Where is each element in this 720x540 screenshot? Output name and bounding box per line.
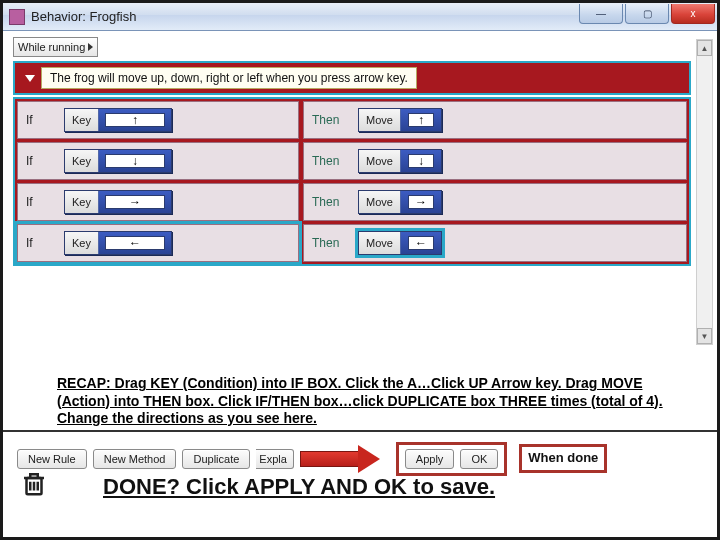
scroll-up-icon[interactable]: ▲ xyxy=(697,40,712,56)
then-keyword: Then xyxy=(312,113,348,127)
then-keyword: Then xyxy=(312,236,348,250)
when-done-callout: When done xyxy=(519,444,607,472)
key-condition-block[interactable]: Key → xyxy=(64,190,172,214)
if-keyword: If xyxy=(26,195,54,209)
if-keyword: If xyxy=(26,154,54,168)
if-keyword: If xyxy=(26,236,54,250)
then-cell[interactable]: Then Move → xyxy=(303,183,687,221)
trash-icon[interactable] xyxy=(17,466,51,500)
new-method-button[interactable]: New Method xyxy=(93,449,177,469)
rule-row[interactable]: If Key ← Then Move ← xyxy=(17,224,687,262)
rules-container: If Key ↑ Then Move ↑ If xyxy=(13,97,691,266)
apply-ok-highlight: Apply OK xyxy=(396,442,507,476)
then-cell[interactable]: Then Move ↓ xyxy=(303,142,687,180)
collapse-arrow-icon[interactable] xyxy=(25,75,35,82)
callout-arrow-icon xyxy=(300,446,390,472)
scroll-down-icon[interactable]: ▼ xyxy=(697,328,712,344)
recap-text: RECAP: Drag KEY (Condition) into IF BOX.… xyxy=(3,371,717,430)
key-condition-block[interactable]: Key ↓ xyxy=(64,149,172,173)
move-arrow-icon: ↑ xyxy=(418,114,424,126)
if-cell[interactable]: If Key → xyxy=(17,183,299,221)
ok-button[interactable]: OK xyxy=(460,449,498,469)
rule-row[interactable]: If Key → Then Move → xyxy=(17,183,687,221)
key-arrow-icon: ↑ xyxy=(132,114,138,126)
behavior-description[interactable]: The frog will move up, down, right or le… xyxy=(41,67,417,89)
key-condition-block[interactable]: Key ← xyxy=(64,231,172,255)
app-icon xyxy=(9,9,25,25)
minimize-button[interactable]: — xyxy=(579,4,623,24)
explain-button-partial[interactable]: Expla xyxy=(256,449,294,469)
then-keyword: Then xyxy=(312,154,348,168)
then-keyword: Then xyxy=(312,195,348,209)
if-keyword: If xyxy=(26,113,54,127)
duplicate-button[interactable]: Duplicate xyxy=(182,449,250,469)
move-arrow-icon: ← xyxy=(415,237,427,249)
move-action-block[interactable]: Move ↓ xyxy=(358,149,442,173)
if-cell[interactable]: If Key ← xyxy=(17,224,299,262)
apply-button[interactable]: Apply xyxy=(405,449,455,469)
move-arrow-icon: ↓ xyxy=(418,155,424,167)
close-button[interactable]: x xyxy=(671,4,715,24)
done-instruction: DONE? Click APPLY AND OK to save. xyxy=(103,474,495,500)
while-running-dropdown[interactable]: While running xyxy=(13,37,98,57)
maximize-button[interactable]: ▢ xyxy=(625,4,669,24)
if-cell[interactable]: If Key ↑ xyxy=(17,101,299,139)
move-action-block[interactable]: Move → xyxy=(358,190,442,214)
rule-row[interactable]: If Key ↑ Then Move ↑ xyxy=(17,101,687,139)
while-running-label: While running xyxy=(18,41,85,53)
move-action-block[interactable]: Move ← xyxy=(358,231,442,255)
if-cell[interactable]: If Key ↓ xyxy=(17,142,299,180)
vertical-scrollbar[interactable]: ▲ ▼ xyxy=(696,39,713,345)
key-arrow-icon: ← xyxy=(129,237,141,249)
key-arrow-icon: → xyxy=(129,196,141,208)
then-cell[interactable]: Then Move ← xyxy=(303,224,687,262)
move-arrow-icon: → xyxy=(415,196,427,208)
then-cell[interactable]: Then Move ↑ xyxy=(303,101,687,139)
move-action-block[interactable]: Move ↑ xyxy=(358,108,442,132)
dropdown-arrow-icon xyxy=(88,43,93,51)
description-panel: The frog will move up, down, right or le… xyxy=(13,61,691,95)
window-title: Behavior: Frogfish xyxy=(31,9,137,24)
key-condition-block[interactable]: Key ↑ xyxy=(64,108,172,132)
rule-row[interactable]: If Key ↓ Then Move ↓ xyxy=(17,142,687,180)
key-arrow-icon: ↓ xyxy=(132,155,138,167)
